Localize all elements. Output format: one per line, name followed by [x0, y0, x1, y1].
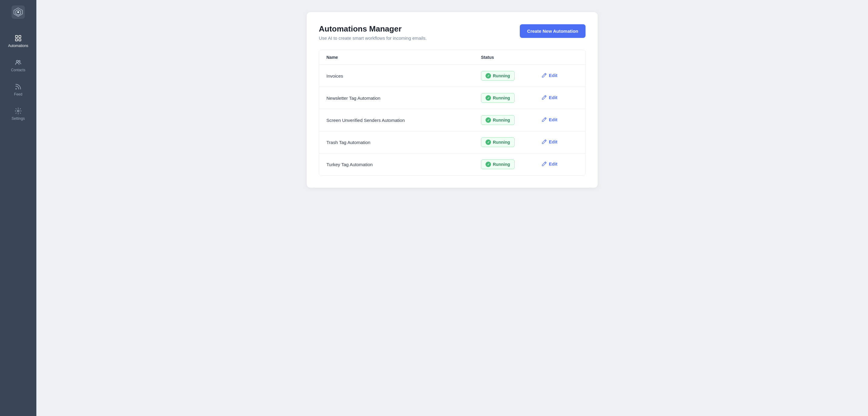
sidebar: Automations Contacts Feed: [0, 0, 36, 416]
create-automation-button[interactable]: Create New Automation: [520, 24, 586, 38]
feed-label: Feed: [14, 92, 22, 96]
app-logo-icon: [11, 5, 25, 19]
automation-name: Turkey Tag Automation: [327, 162, 481, 167]
svg-rect-5: [19, 35, 21, 38]
sidebar-item-contacts[interactable]: Contacts: [0, 55, 36, 77]
sidebar-logo: [0, 0, 36, 24]
svg-point-8: [17, 60, 18, 62]
table-row: Trash Tag Automation ✓ Running Edit: [319, 131, 585, 153]
status-badge-container: ✓ Running: [481, 71, 541, 81]
status-check-icon: ✓: [486, 73, 491, 79]
table-row: Screen Unverified Senders Automation ✓ R…: [319, 109, 585, 131]
edit-icon: [541, 95, 547, 100]
card-header: Automations Manager Use AI to create sma…: [319, 24, 586, 41]
edit-button[interactable]: Edit: [541, 72, 557, 78]
status-badge: ✓ Running: [481, 71, 515, 81]
svg-point-10: [16, 88, 17, 89]
svg-point-3: [17, 11, 19, 13]
status-badge-container: ✓ Running: [481, 115, 541, 125]
row-actions: Edit: [541, 139, 578, 146]
svg-rect-4: [16, 35, 18, 38]
status-check-icon: ✓: [486, 140, 491, 145]
edit-icon: [541, 72, 547, 78]
col-actions-header: [541, 55, 578, 60]
status-badge: ✓ Running: [481, 93, 515, 103]
automation-name: Screen Unverified Senders Automation: [327, 118, 481, 123]
sidebar-navigation: Automations Contacts Feed: [0, 24, 36, 125]
card-title-area: Automations Manager Use AI to create sma…: [319, 24, 427, 41]
svg-rect-7: [19, 39, 21, 41]
settings-icon: [14, 107, 22, 115]
status-text: Running: [493, 118, 510, 122]
page-subtitle: Use AI to create smart workflows for inc…: [319, 35, 427, 41]
row-actions: Edit: [541, 72, 578, 79]
status-badge-container: ✓ Running: [481, 137, 541, 147]
svg-point-9: [19, 61, 20, 62]
col-status-header: Status: [481, 55, 541, 60]
contacts-icon: [14, 59, 22, 66]
status-check-icon: ✓: [486, 117, 491, 123]
sidebar-item-feed[interactable]: Feed: [0, 79, 36, 101]
svg-rect-6: [16, 39, 18, 41]
table-row: Turkey Tag Automation ✓ Running Edit: [319, 153, 585, 175]
contacts-label: Contacts: [11, 68, 25, 72]
main-content: Automations Manager Use AI to create sma…: [36, 0, 868, 416]
automation-name: Invoices: [327, 73, 481, 79]
table-row: Newsletter Tag Automation ✓ Running Edit: [319, 87, 585, 109]
sidebar-item-settings[interactable]: Settings: [0, 103, 36, 125]
col-name-header: Name: [327, 55, 481, 60]
status-badge-container: ✓ Running: [481, 159, 541, 169]
status-text: Running: [493, 95, 510, 100]
edit-icon: [541, 139, 547, 144]
status-badge: ✓ Running: [481, 159, 515, 169]
row-actions: Edit: [541, 117, 578, 123]
edit-icon: [541, 117, 547, 122]
edit-button[interactable]: Edit: [541, 139, 557, 144]
row-actions: Edit: [541, 161, 578, 168]
automation-name: Newsletter Tag Automation: [327, 95, 481, 101]
row-actions: Edit: [541, 95, 578, 101]
edit-icon: [541, 161, 547, 167]
status-badge-container: ✓ Running: [481, 93, 541, 103]
feed-icon: [14, 83, 22, 90]
edit-button[interactable]: Edit: [541, 161, 557, 167]
automations-label: Automations: [8, 44, 29, 48]
table-header: Name Status: [319, 50, 585, 65]
status-text: Running: [493, 162, 510, 167]
status-check-icon: ✓: [486, 95, 491, 101]
table-row: Invoices ✓ Running Edit: [319, 65, 585, 87]
edit-button[interactable]: Edit: [541, 117, 557, 122]
automation-name: Trash Tag Automation: [327, 140, 481, 145]
status-text: Running: [493, 140, 510, 145]
sidebar-item-automations[interactable]: Automations: [0, 30, 36, 52]
svg-point-11: [17, 110, 19, 112]
edit-button[interactable]: Edit: [541, 95, 557, 100]
automations-icon: [14, 35, 22, 42]
status-text: Running: [493, 73, 510, 78]
status-badge: ✓ Running: [481, 137, 515, 147]
automations-table: Name Status Invoices ✓ Running: [319, 50, 586, 176]
status-badge: ✓ Running: [481, 115, 515, 125]
automations-card: Automations Manager Use AI to create sma…: [307, 12, 598, 188]
page-title: Automations Manager: [319, 24, 427, 34]
settings-label: Settings: [11, 116, 25, 121]
status-check-icon: ✓: [486, 161, 491, 167]
